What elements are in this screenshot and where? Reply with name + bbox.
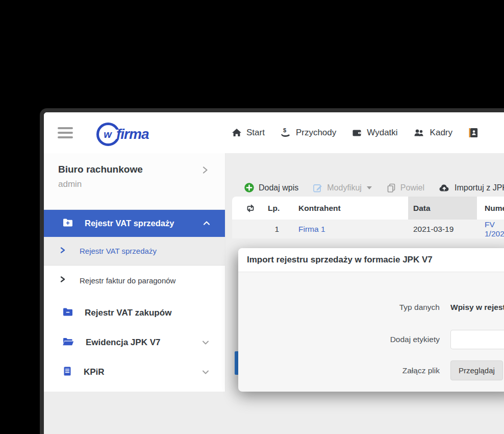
- main-nav: Start $ Przychody Wydatki: [232, 112, 484, 153]
- hamburger-menu-icon[interactable]: [58, 127, 73, 138]
- nav-item-label: Wydatki: [367, 128, 397, 138]
- nav-item-przychody[interactable]: $ Przychody: [280, 127, 336, 138]
- nav-item-label: Kadry: [430, 128, 452, 138]
- folder-minus-icon: [62, 307, 73, 319]
- browse-file-button[interactable]: Przeglądaj: [450, 360, 503, 380]
- nav-item-label: Przychody: [296, 128, 336, 138]
- wfirma-logo[interactable]: w firma: [96, 123, 148, 146]
- sidebar-item-kpir[interactable]: KPiR: [44, 357, 225, 387]
- folder-open-icon: [62, 336, 74, 349]
- toolbar-button-label: Modyfikuj: [327, 183, 362, 192]
- sidebar-item-label: Rejestr VAT sprzedaży: [85, 219, 174, 228]
- sidebar: Biuro rachunkowe admin Rejestr VAT sprze…: [44, 153, 225, 392]
- toolbar-button-label: Importuj z JPK V7: [455, 183, 504, 192]
- users-icon: [413, 128, 425, 138]
- chevron-right-icon: [59, 247, 66, 256]
- account-switcher[interactable]: Biuro rachunkowe admin: [44, 153, 225, 210]
- logo-text: firma: [116, 126, 148, 142]
- labels-input[interactable]: [450, 330, 504, 349]
- modal-header: Import rejestru sprzedaży w formacie JPK…: [238, 248, 504, 272]
- nav-item-kadry[interactable]: Kadry: [413, 128, 452, 138]
- company-name: Biuro rachunkowe: [58, 164, 211, 175]
- logo-prefix: w: [104, 129, 112, 140]
- sidebar-subitem-rejestr-faktur[interactable]: Rejestr faktur do paragonów: [44, 266, 225, 295]
- nav-item-wydatki[interactable]: Wydatki: [351, 128, 397, 138]
- caret-down-icon: [367, 186, 372, 189]
- column-header-numer[interactable]: Numer: [485, 197, 504, 220]
- sidebar-item-ewidencja-jpk-v7[interactable]: Ewidencja JPK V7: [44, 328, 225, 357]
- edit-icon: [313, 183, 323, 193]
- import-jpk-button[interactable]: Importuj z JPK V7: [439, 183, 504, 193]
- sidebar-subitem-rejestr-vat-sprzedazy[interactable]: Rejestr VAT sprzedaży: [44, 237, 225, 266]
- svg-text:$: $: [283, 127, 286, 133]
- field-label-typ-danych: Typ danych: [238, 303, 440, 312]
- folder-plus-icon: [62, 218, 73, 230]
- import-jpk-modal: Import rejestru sprzedaży w formacie JPK…: [238, 248, 504, 392]
- sales-register-table: Lp. Kontrahent Data Numer 1 Firma 1 2021…: [232, 197, 504, 238]
- sidebar-item-label: Ewidencja JPK V7: [86, 337, 160, 348]
- duplicate-button-disabled[interactable]: Powiel: [386, 183, 424, 193]
- sidebar-item-label: Rejestr VAT zakupów: [85, 308, 171, 318]
- sidebar-item-label: KPiR: [84, 367, 105, 377]
- account-user: admin: [58, 179, 211, 189]
- chevron-down-icon: [201, 339, 210, 349]
- cell-lp: 1: [268, 220, 279, 238]
- records-toolbar: Dodaj wpis Modyfikuj Powiel Importuj z J…: [244, 176, 504, 199]
- field-label-zalacz-plik: Załącz plik: [238, 366, 440, 375]
- column-header-data[interactable]: Data: [413, 197, 431, 220]
- repeat-icon[interactable]: [245, 197, 256, 220]
- toolbar-button-label: Powiel: [400, 183, 424, 192]
- chevron-up-icon: [203, 219, 211, 229]
- nav-item-start[interactable]: Start: [232, 128, 265, 138]
- table-row[interactable]: 1 Firma 1 2021-03-19 FV 1/2021: [232, 220, 504, 238]
- column-header-lp[interactable]: Lp.: [268, 197, 280, 220]
- add-entry-button[interactable]: Dodaj wpis: [244, 182, 298, 193]
- cell-numer-link[interactable]: FV 1/2021: [485, 220, 504, 238]
- copy-icon: [386, 183, 396, 193]
- modal-title: Import rejestru sprzedaży w formacie JPK…: [247, 255, 433, 265]
- sidebar-item-rejestr-vat-zakupow[interactable]: Rejestr VAT zakupów: [44, 298, 225, 328]
- top-navigation-bar: w firma Start $ Przychody: [44, 112, 504, 153]
- sidebar-subitem-label: Rejestr faktur do paragonów: [80, 276, 175, 285]
- chevron-right-icon: [200, 165, 210, 177]
- book-icon: [62, 366, 72, 378]
- app-window-frame: w firma Start $ Przychody: [40, 108, 504, 434]
- sidebar-item-rejestr-vat-sprzedazy-active[interactable]: Rejestr VAT sprzedaży: [44, 210, 225, 237]
- field-label-dodaj-etykiety: Dodaj etykiety: [238, 335, 440, 344]
- wallet-icon: [351, 128, 362, 138]
- cell-kontrahent-link[interactable]: Firma 1: [298, 220, 325, 238]
- toolbar-button-label: Dodaj wpis: [259, 183, 298, 192]
- nav-item-contacts[interactable]: [468, 127, 484, 138]
- contacts-book-icon: [468, 127, 479, 138]
- modal-body: Typ danych Wpisy w rejestrze Dodaj etyki…: [238, 272, 504, 392]
- plus-circle-icon: [244, 182, 255, 193]
- field-value-typ-danych: Wpisy w rejestrze: [450, 303, 504, 312]
- hand-dollar-icon: $: [280, 127, 291, 138]
- chevron-right-icon: [59, 276, 66, 285]
- table-header-row: Lp. Kontrahent Data Numer: [232, 197, 504, 220]
- home-icon: [232, 128, 242, 138]
- chevron-down-icon: [201, 368, 210, 378]
- cell-data: 2021-03-19: [413, 220, 453, 238]
- cloud-upload-icon: [439, 183, 450, 193]
- nav-item-label: Start: [246, 128, 265, 138]
- sidebar-subitem-label: Rejestr VAT sprzedaży: [80, 247, 157, 255]
- column-header-kontrahent[interactable]: Kontrahent: [298, 197, 341, 220]
- modify-button-disabled[interactable]: Modyfikuj: [313, 183, 372, 193]
